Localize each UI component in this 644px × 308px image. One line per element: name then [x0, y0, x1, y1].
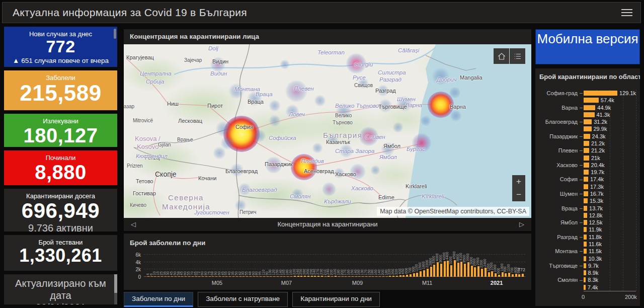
bar[interactable] — [168, 276, 170, 277]
bar[interactable] — [307, 276, 309, 277]
bar[interactable] — [471, 266, 473, 277]
bar[interactable] — [584, 220, 587, 225]
bar[interactable] — [311, 276, 313, 277]
list-icon[interactable] — [510, 48, 525, 64]
bar[interactable] — [584, 277, 586, 282]
bar[interactable] — [263, 276, 265, 277]
bar[interactable] — [277, 276, 279, 277]
bar[interactable] — [584, 227, 587, 232]
bar[interactable] — [512, 274, 514, 277]
bar[interactable] — [406, 275, 408, 277]
bar[interactable] — [175, 276, 177, 277]
bar[interactable] — [280, 276, 282, 277]
bar[interactable] — [403, 275, 405, 277]
bar[interactable] — [222, 276, 224, 277]
bar[interactable] — [498, 275, 500, 277]
bar[interactable] — [488, 272, 490, 277]
bar[interactable] — [505, 273, 507, 277]
bar[interactable] — [253, 276, 255, 277]
bar[interactable] — [188, 276, 190, 277]
bar[interactable] — [225, 276, 227, 277]
bar[interactable] — [584, 235, 587, 240]
bar[interactable] — [304, 276, 306, 277]
bar[interactable] — [365, 276, 367, 277]
bar[interactable] — [396, 276, 398, 277]
bar[interactable] — [147, 276, 149, 277]
bar[interactable] — [287, 276, 289, 277]
bar[interactable] — [450, 265, 452, 277]
bar[interactable] — [202, 276, 204, 277]
bar[interactable] — [420, 271, 422, 277]
bar[interactable] — [413, 273, 415, 277]
bar[interactable] — [379, 276, 381, 277]
bar[interactable] — [454, 260, 456, 277]
card-scrollbar-track[interactable] — [114, 274, 117, 304]
bar[interactable] — [410, 274, 412, 277]
bar[interactable] — [355, 276, 357, 277]
bar[interactable] — [584, 105, 595, 110]
bar[interactable] — [260, 276, 262, 277]
bar[interactable] — [219, 276, 221, 277]
mobile-version-button[interactable]: Мобилна версия — [535, 29, 640, 64]
bar[interactable] — [584, 177, 588, 182]
bar[interactable] — [508, 273, 510, 277]
bar[interactable] — [502, 272, 504, 277]
bar[interactable] — [584, 112, 595, 117]
bar[interactable] — [215, 276, 217, 277]
bar[interactable] — [181, 276, 183, 277]
bar[interactable] — [444, 261, 446, 277]
bar[interactable] — [256, 276, 258, 277]
bar[interactable] — [584, 285, 586, 290]
card-scrollbar-thumb[interactable] — [114, 274, 117, 293]
bar[interactable] — [584, 184, 588, 189]
bar[interactable] — [192, 276, 194, 277]
bar[interactable] — [382, 276, 384, 277]
bar[interactable] — [522, 274, 524, 277]
bar[interactable] — [584, 270, 586, 275]
bar[interactable] — [375, 276, 377, 277]
tab-cumulative-cases[interactable]: Заболели с натрупване — [198, 292, 288, 307]
bar[interactable] — [481, 269, 483, 277]
bar[interactable] — [584, 249, 587, 254]
bar[interactable] — [392, 276, 394, 277]
bar[interactable] — [584, 148, 589, 153]
bar[interactable] — [437, 262, 439, 277]
bar[interactable] — [584, 163, 589, 168]
bar[interactable] — [243, 276, 245, 277]
bar[interactable] — [154, 276, 156, 277]
bar[interactable] — [584, 126, 592, 131]
bar[interactable] — [416, 273, 418, 277]
bar[interactable] — [369, 276, 371, 277]
bar[interactable] — [584, 156, 589, 161]
quarantine-heatmap[interactable]: КрагујевацЗајечарВидинВидинЦентралнаСрби… — [124, 44, 531, 218]
bar[interactable] — [460, 262, 462, 277]
bar[interactable] — [362, 276, 364, 277]
bar[interactable] — [297, 276, 299, 277]
bar[interactable] — [348, 276, 350, 277]
bar[interactable] — [294, 276, 296, 277]
bar[interactable] — [205, 276, 207, 277]
bar[interactable] — [246, 276, 248, 277]
bar[interactable] — [209, 276, 211, 277]
tab-daily-cases[interactable]: Заболели по дни — [124, 292, 193, 307]
bar[interactable] — [236, 276, 238, 277]
bar[interactable] — [290, 276, 292, 277]
bar[interactable] — [352, 276, 354, 277]
bar[interactable] — [342, 276, 344, 277]
bar[interactable] — [325, 276, 327, 277]
bar[interactable] — [584, 213, 587, 218]
bar[interactable] — [427, 269, 429, 277]
bar[interactable] — [584, 119, 592, 124]
bar[interactable] — [317, 276, 319, 277]
bar[interactable] — [584, 98, 599, 103]
bar[interactable] — [584, 141, 589, 146]
bar[interactable] — [273, 276, 275, 277]
bar[interactable] — [474, 267, 476, 277]
home-icon[interactable] — [494, 48, 509, 64]
minus-icon[interactable]: − — [512, 188, 525, 201]
bar[interactable] — [250, 276, 252, 277]
chevron-right-icon[interactable]: ▷ — [519, 218, 524, 231]
bar[interactable] — [270, 276, 272, 277]
bar[interactable] — [232, 276, 234, 277]
bar[interactable] — [178, 276, 180, 277]
